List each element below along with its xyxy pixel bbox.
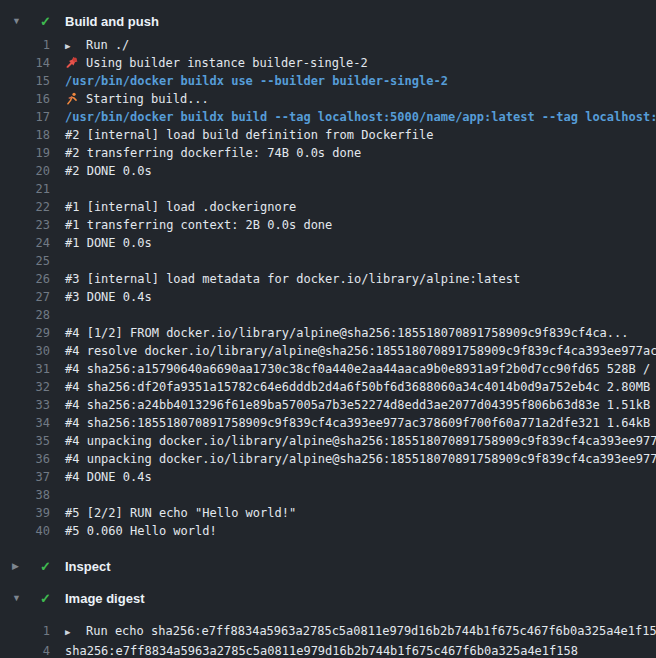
line-number[interactable]: 1 — [0, 621, 50, 641]
log-line: 23 #1 transferring context: 2B 0.0s done — [0, 216, 656, 234]
log-text-content: /usr/bin/docker buildx build --tag local… — [65, 110, 656, 124]
line-number[interactable]: 23 — [0, 216, 50, 234]
line-number[interactable]: 24 — [0, 234, 50, 252]
section-header[interactable]: ▼ ✓ Image digest — [0, 589, 656, 607]
workflow-log-viewer: ▼ ✓ Build and push 1 ▶Run ./ 14 Using bu… — [0, 12, 656, 658]
log-line: 39 #5 [2/2] RUN echo "Hello world!" — [0, 504, 656, 522]
log-text: /usr/bin/docker buildx use --builder bui… — [65, 72, 448, 90]
log-section: ▼ ✓ Build and push 1 ▶Run ./ 14 Using bu… — [0, 12, 656, 540]
log-text: Starting build... — [65, 90, 209, 108]
line-number[interactable]: 29 — [0, 324, 50, 342]
line-number[interactable]: 31 — [0, 360, 50, 378]
log-text: ▶Run echo sha256:e7ff8834a5963a2785c5a08… — [65, 621, 656, 641]
log-line: 36 #4 unpacking docker.io/library/alpine… — [0, 450, 656, 468]
log-line: 21 — [0, 180, 656, 198]
success-check-icon: ✓ — [40, 591, 65, 606]
line-number[interactable]: 15 — [0, 72, 50, 90]
log-line: 40 #5 0.060 Hello world! — [0, 522, 656, 540]
log-text: #4 unpacking docker.io/library/alpine@sh… — [65, 450, 656, 468]
log-text: #4 DONE 0.4s — [65, 468, 152, 486]
line-number[interactable]: 28 — [0, 306, 50, 324]
line-number[interactable]: 38 — [0, 486, 50, 504]
log-list: 1 ▶Run ./ 14 Using builder instance buil… — [0, 36, 656, 540]
log-text-content: #1 DONE 0.0s — [65, 236, 152, 250]
log-text-content: Run ./ — [86, 38, 129, 52]
log-text-content: #1 [internal] load .dockerignore — [65, 200, 296, 214]
log-text-content: #4 DONE 0.4s — [65, 470, 152, 484]
line-number[interactable]: 40 — [0, 522, 50, 540]
expand-group-icon[interactable]: ▶ — [65, 37, 86, 54]
line-number[interactable]: 14 — [0, 54, 50, 72]
log-text-content: #3 DONE 0.4s — [65, 290, 152, 304]
line-number[interactable]: 27 — [0, 288, 50, 306]
log-line: 19 #2 transferring dockerfile: 74B 0.0s … — [0, 144, 656, 162]
log-text-content: #4 [1/2] FROM docker.io/library/alpine@s… — [65, 326, 629, 340]
log-text-content: #2 transferring dockerfile: 74B 0.0s don… — [65, 146, 361, 160]
log-text-content: #5 0.060 Hello world! — [65, 524, 217, 538]
section-title: Image digest — [65, 591, 144, 606]
chevron-down-icon[interactable]: ▼ — [12, 16, 40, 26]
line-number[interactable]: 34 — [0, 414, 50, 432]
log-line: 29 #4 [1/2] FROM docker.io/library/alpin… — [0, 324, 656, 342]
log-text: #2 [internal] load build definition from… — [65, 126, 433, 144]
expand-group-icon[interactable]: ▶ — [65, 622, 86, 641]
runner-icon — [65, 92, 79, 105]
log-text-content: #4 unpacking docker.io/library/alpine@sh… — [65, 452, 656, 466]
chevron-down-icon[interactable]: ▼ — [12, 593, 40, 603]
line-number[interactable]: 32 — [0, 378, 50, 396]
log-text: #4 unpacking docker.io/library/alpine@sh… — [65, 432, 656, 450]
log-text: #4 sha256:a15790640a6690aa1730c38cf0a440… — [65, 360, 656, 378]
line-number[interactable]: 20 — [0, 162, 50, 180]
log-line: 17 /usr/bin/docker buildx build --tag lo… — [0, 108, 656, 126]
log-text-content: /usr/bin/docker buildx use --builder bui… — [65, 74, 448, 88]
log-text: Using builder instance builder-single-2 — [65, 54, 368, 72]
log-text-content: sha256:e7ff8834a5963a2785c5a0811e979d16b… — [65, 644, 578, 658]
log-text-content: #4 unpacking docker.io/library/alpine@sh… — [65, 434, 656, 448]
log-section: ▼ ✓ Image digest 1 ▶Run echo sha256:e7ff… — [0, 589, 656, 658]
log-line: 35 #4 unpacking docker.io/library/alpine… — [0, 432, 656, 450]
line-number[interactable]: 4 — [0, 641, 50, 658]
log-text: ▶Run ./ — [65, 36, 129, 54]
chevron-right-icon[interactable]: ▶ — [12, 561, 40, 571]
line-number[interactable]: 35 — [0, 432, 50, 450]
log-text: #5 [2/2] RUN echo "Hello world!" — [65, 504, 296, 522]
log-section: ▶ ✓ Inspect — [0, 557, 656, 575]
line-number[interactable]: 25 — [0, 252, 50, 270]
section-header[interactable]: ▶ ✓ Inspect — [0, 557, 656, 575]
section-title: Build and push — [65, 14, 159, 29]
log-text-content: Starting build... — [86, 92, 209, 106]
log-text-content: #4 sha256:a15790640a6690aa1730c38cf0a440… — [65, 362, 656, 376]
line-number[interactable]: 37 — [0, 468, 50, 486]
log-line: 27 #3 DONE 0.4s — [0, 288, 656, 306]
line-number[interactable]: 36 — [0, 450, 50, 468]
line-number[interactable]: 39 — [0, 504, 50, 522]
log-line: 1 ▶Run ./ — [0, 36, 656, 54]
section-header[interactable]: ▼ ✓ Build and push — [0, 12, 656, 30]
line-number[interactable]: 21 — [0, 180, 50, 198]
success-check-icon: ✓ — [40, 559, 65, 574]
line-number[interactable]: 16 — [0, 90, 50, 108]
log-text-content: Run echo sha256:e7ff8834a5963a2785c5a081… — [86, 624, 656, 638]
line-number[interactable]: 18 — [0, 126, 50, 144]
log-text: #4 sha256:185518070891758909c9f839cf4ca3… — [65, 414, 656, 432]
log-text-content: #3 [internal] load metadata for docker.i… — [65, 272, 520, 286]
line-number[interactable]: 1 — [0, 36, 50, 54]
line-number[interactable]: 19 — [0, 144, 50, 162]
line-number[interactable]: 26 — [0, 270, 50, 288]
line-number[interactable]: 22 — [0, 198, 50, 216]
line-number[interactable]: 30 — [0, 342, 50, 360]
log-text: #2 transferring dockerfile: 74B 0.0s don… — [65, 144, 361, 162]
log-line: 18 #2 [internal] load build definition f… — [0, 126, 656, 144]
line-number[interactable]: 17 — [0, 108, 50, 126]
line-number[interactable]: 33 — [0, 396, 50, 414]
log-text-content: #2 DONE 0.0s — [65, 164, 152, 178]
log-text: /usr/bin/docker buildx build --tag local… — [65, 108, 656, 126]
log-text-content: #4 sha256:185518070891758909c9f839cf4ca3… — [65, 416, 656, 430]
log-line: 24 #1 DONE 0.0s — [0, 234, 656, 252]
success-check-icon: ✓ — [40, 14, 65, 29]
log-text-content: #4 resolve docker.io/library/alpine@sha2… — [65, 344, 656, 358]
log-text: #1 DONE 0.0s — [65, 234, 152, 252]
log-text: #5 0.060 Hello world! — [65, 522, 217, 540]
log-line: 14 Using builder instance builder-single… — [0, 54, 656, 72]
section-title: Inspect — [65, 559, 111, 574]
